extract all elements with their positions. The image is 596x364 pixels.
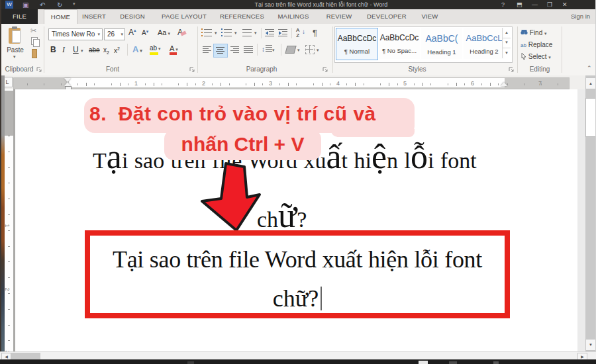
format-painter-icon[interactable] [32,49,37,58]
scrollbar-thumb[interactable] [585,98,596,137]
tab-review[interactable]: REVIEW [323,9,355,24]
replace-button[interactable]: ab Replace [521,41,552,48]
taskbar [0,359,596,364]
copy-icon[interactable] [31,37,38,45]
tab-page-layout[interactable]: PAGE LAYOUT [159,9,209,24]
tab-developer[interactable]: DEVELOPER [364,9,409,24]
scroll-down-button[interactable]: ▼ [585,339,596,351]
subscript-button[interactable]: x2 [103,46,109,55]
grow-font-button[interactable]: A▴ [128,28,136,37]
document-page[interactable]: Tại sao trên file Word xuất hiện lỗi fon… [15,89,577,351]
sign-in-link[interactable]: Sign in [571,13,590,20]
undo-icon[interactable]: ↶ [40,1,45,9]
paste-dropdown-icon: ▾ [13,54,16,60]
multilevel-list-button[interactable] [242,29,252,37]
ribbon-display-icon[interactable]: ⬒ [517,1,522,8]
decrease-indent-button[interactable] [265,29,274,36]
restore-icon[interactable]: ❐ [547,1,552,8]
increase-indent-button[interactable] [278,29,287,36]
font-name-combo[interactable]: Times New Ro ▾ [48,28,103,40]
underline-button[interactable]: U [73,45,79,54]
find-button[interactable]: Find ▾ [521,29,547,36]
style-heading2[interactable]: AaBbCcL Heading 2 [464,28,505,59]
bullets-dropdown-icon[interactable]: ▾ [215,30,217,36]
replace-icon: ab [521,42,526,48]
justify-button[interactable] [244,46,253,54]
right-indent-marker[interactable] [501,82,507,86]
tab-home[interactable]: HOME [44,9,77,24]
line-spacing-button[interactable]: ↕▾ [262,45,275,53]
vertical-ruler[interactable]: 1 2 3 [5,91,13,351]
clipboard-dialog-launcher[interactable] [36,67,42,73]
pasted-text-box: Tại sao trên file Word xuất hiện lỗi fon… [85,230,510,318]
align-left-button[interactable] [203,46,212,54]
borders-button[interactable] [305,45,315,54]
strikethrough-button[interactable]: abe [89,46,100,54]
font-dialog-launcher[interactable] [189,67,195,73]
tab-view[interactable]: VIEW [417,9,442,24]
taskbar-icon[interactable] [187,361,194,364]
styles-scroll-up[interactable]: ▲ [502,28,511,38]
help-icon[interactable]: ? [501,1,505,8]
taskbar-icon2[interactable] [449,361,457,364]
tab-mailings[interactable]: MAILINGS [274,9,313,24]
taskbar-icon-active[interactable] [419,361,428,364]
superscript-button[interactable]: x2 [114,46,120,54]
font-size-value: 26 [105,30,115,38]
save-icon[interactable]: ▣ [23,1,28,9]
styles-gallery-more[interactable]: ▼ [502,48,511,58]
pilcrow-button[interactable]: ¶ [313,28,317,38]
paragraph-dialog-launcher[interactable] [323,67,328,73]
select-button[interactable]: Select ▾ [521,53,551,60]
redo-icon[interactable]: ↻ [57,1,62,9]
shading-button[interactable] [285,46,296,54]
ribbon: Paste ▾ ✂ Times New Ro ▾ 26 ▾ A▴ A▾ Aa ▾… [0,24,596,76]
change-case-button[interactable]: Aa ▾ [158,28,170,36]
multilevel-dropdown-icon[interactable]: ▾ [254,30,257,36]
minimize-icon[interactable]: — [532,1,538,8]
word-window: W ▣ ↶ ↻ ▾ Tại sao trên file Word xuất hi… [0,0,596,364]
font-size-dropdown-icon: ▾ [121,29,123,40]
underline-dropdown-icon[interactable]: ▾ [81,48,83,54]
numbering-button[interactable] [224,29,232,37]
window-title: Tại sao trên file Word xuất hiện lỗi fon… [199,1,444,8]
shrink-font-button[interactable]: A▾ [142,29,148,36]
align-right-button[interactable] [230,46,240,54]
qat-dropdown-icon[interactable]: ▾ [73,1,75,7]
scroll-up-button[interactable]: ▲ [585,77,596,89]
font-color-button[interactable]: A ▾ [170,44,178,52]
bold-button[interactable]: B [50,45,56,54]
tab-file[interactable]: FILE [1,9,38,24]
italic-button[interactable]: I [62,45,65,55]
canvas-right-strip [577,89,585,351]
text-cursor [321,287,322,310]
styles-dialog-launcher[interactable] [509,67,515,73]
bullets-button[interactable] [204,29,212,37]
align-center-button[interactable] [213,44,228,58]
paste-button[interactable]: Paste ▾ [4,26,26,70]
tab-design[interactable]: DESIGN [118,9,147,24]
clear-formatting-button[interactable]: A [177,28,186,37]
styles-scroll-down[interactable]: ▼ [502,38,511,48]
shading-dropdown-icon[interactable]: ▾ [297,48,300,53]
word-app-icon[interactable]: W [5,1,13,9]
style-no-spacing[interactable]: AaBbCcDc ¶ No Spac... [379,28,420,59]
close-icon[interactable]: ✕ [562,1,568,8]
sort-arrow: ↓ [302,29,305,34]
vertical-scrollbar[interactable]: ▲ ▼ [585,75,595,351]
collapse-ribbon-icon[interactable]: ⌃ [587,65,592,71]
find-icon [521,30,528,36]
taskbar-icon3[interactable] [493,361,499,364]
highlight-button[interactable]: ab ▾ [150,44,161,52]
tab-references[interactable]: REFERENCES [220,9,264,24]
numbering-dropdown-icon[interactable]: ▾ [234,30,237,36]
horizontal-ruler[interactable]: 1 2 3 4 5 6 7 [13,77,570,89]
style-normal[interactable]: AaBbCcDc ¶ Normal [336,28,378,60]
style-heading1[interactable]: AaBbC( Heading 1 [421,28,462,59]
borders-dropdown-icon[interactable]: ▾ [317,48,319,53]
tab-insert[interactable]: INSERT [79,9,109,24]
text-effects-button[interactable]: A ▾ [132,44,142,54]
font-size-combo[interactable]: 26 ▾ [104,28,125,40]
cut-icon[interactable]: ✂ [30,26,36,35]
sort-button[interactable]: AZ ↓ [296,28,299,38]
